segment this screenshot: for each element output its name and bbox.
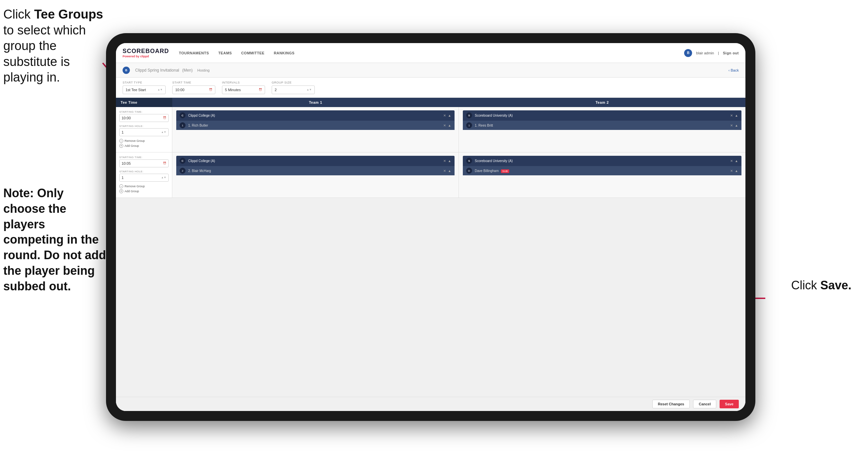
user-avatar: B xyxy=(684,49,692,57)
team1-card-2: C Clippd College (A) ✕ ▲ 2 2. Blair McHa… xyxy=(176,156,455,175)
player-row-1-1: 1 1. Rich Butler ✕ ▲ xyxy=(176,120,455,130)
team1-badge-2: C xyxy=(180,158,186,164)
nav-rankings[interactable]: RANKINGS xyxy=(274,50,294,56)
th-team1: Team 1 xyxy=(172,98,459,107)
player-badge-1-2: 2 xyxy=(180,168,186,174)
intervals-arrows: ⏰ xyxy=(259,88,262,91)
player-x-2-1[interactable]: ✕ xyxy=(730,124,733,127)
start-time-label: Start Time xyxy=(172,81,215,84)
groups-scroll[interactable]: STARTING TIME: 10:00 ⏰ STARTING HOLE: 1 … xyxy=(116,107,745,397)
group-settings-2: STARTING TIME: 10:05 ⏰ STARTING HOLE: 1 … xyxy=(116,152,172,198)
settings-row: Start Type 1st Tee Start ▲▼ Start Time 1… xyxy=(116,78,745,98)
add-group-btn-1[interactable]: + Add Group xyxy=(119,144,139,148)
sign-out-link[interactable]: Sign out xyxy=(723,50,739,56)
intervals-group: Intervals 5 Minutes ⏰ xyxy=(222,81,265,94)
start-type-input[interactable]: 1st Tee Start ▲▼ xyxy=(123,86,166,94)
nav-links: TOURNAMENTS TEAMS COMMITTEE RANKINGS xyxy=(179,50,684,56)
starting-time-label-1: STARTING TIME: xyxy=(119,110,168,113)
tournament-type: (Men) xyxy=(182,68,192,72)
gs-actions-1: − Remove Group + Add Group xyxy=(119,139,168,148)
team2-cell-2: S Scoreboard University (A) ✕ ▲ D xyxy=(459,152,745,198)
start-type-arrows: ▲▼ xyxy=(157,88,163,91)
team2-badge-1: S xyxy=(466,112,472,118)
remove-group-btn-2[interactable]: − Remove Group xyxy=(119,184,145,188)
hosting-badge: Hosting xyxy=(197,68,209,72)
team1-badge-1: C xyxy=(180,112,186,118)
group-row-1: STARTING TIME: 10:00 ⏰ STARTING HOLE: 1 … xyxy=(116,107,745,152)
starting-hole-input-1[interactable]: 1 ▲▼ xyxy=(119,128,168,136)
table-header: Tee Time Team 1 Team 2 xyxy=(116,98,745,107)
player-row-2-2: D Dave Billingham SUB ✕ ▲ xyxy=(463,166,741,175)
add-icon-2: + xyxy=(119,189,123,193)
group-size-label: Group Size xyxy=(272,81,315,84)
click-save-instruction: Click Save. xyxy=(791,279,851,292)
player-arrow-1-1[interactable]: ▲ xyxy=(448,124,451,127)
time-arrows-1: ⏰ xyxy=(163,117,166,119)
start-time-input[interactable]: 10:00 ⏰ xyxy=(172,86,215,94)
team1-name-2: Clippd College (A) xyxy=(188,159,441,163)
team1-x-1[interactable]: ✕ xyxy=(443,114,446,117)
starting-hole-input-2[interactable]: 1 ▲▼ xyxy=(119,174,168,182)
remove-group-btn-1[interactable]: − Remove Group xyxy=(119,139,145,143)
team2-arrow-2[interactable]: ▲ xyxy=(735,159,738,163)
player-arrow-2-2[interactable]: ▲ xyxy=(735,169,738,173)
player-x-1-2[interactable]: ✕ xyxy=(443,169,446,173)
powered-by: Powered by clippd xyxy=(123,55,169,58)
tournament-icon: B xyxy=(123,67,130,74)
team2-name-1: Scoreboard University (A) xyxy=(475,114,727,117)
team2-card-1: S Scoreboard University (A) ✕ ▲ 1 1. Ree… xyxy=(463,110,741,130)
tournament-name: Clippd Spring Invitational (Men) xyxy=(133,68,192,72)
team1-arrow-1[interactable]: ▲ xyxy=(448,114,451,117)
start-type-group: Start Type 1st Tee Start ▲▼ xyxy=(123,81,166,94)
add-group-btn-2[interactable]: + Add Group xyxy=(119,189,139,193)
instruction-note: Note: Only choose the players competing … xyxy=(3,185,106,294)
team2-header-1: S Scoreboard University (A) ✕ ▲ xyxy=(463,110,741,120)
starting-hole-label-1: STARTING HOLE: xyxy=(119,125,168,127)
nav-separator: | xyxy=(718,51,719,55)
scoreboard-logo: SCOREBOARD xyxy=(123,48,169,55)
player-row-2-1: 1 1. Rees Britt ✕ ▲ xyxy=(463,120,741,130)
team2-card-2: S Scoreboard University (A) ✕ ▲ D xyxy=(463,156,741,175)
sub-badge: SUB xyxy=(501,169,509,173)
player-name-2-1: 1. Rees Britt xyxy=(475,124,727,127)
logo-area: SCOREBOARD Powered by clippd xyxy=(123,48,169,58)
team2-controls-2: ✕ ▲ xyxy=(730,159,738,163)
player-name-1-2: 2. Blair McHarg xyxy=(188,169,441,173)
player-badge-1-1: 1 xyxy=(180,122,186,128)
team1-x-2[interactable]: ✕ xyxy=(443,159,446,163)
group-settings-1: STARTING TIME: 10:00 ⏰ STARTING HOLE: 1 … xyxy=(116,107,172,152)
hole-arrows-2: ▲▼ xyxy=(161,176,166,179)
starting-time-input-1[interactable]: 10:00 ⏰ xyxy=(119,114,168,122)
nav-tournaments[interactable]: TOURNAMENTS xyxy=(179,50,209,56)
tablet-device: SCOREBOARD Powered by clippd TOURNAMENTS… xyxy=(106,33,755,421)
add-icon-1: + xyxy=(119,144,123,148)
back-link[interactable]: Back xyxy=(728,68,739,72)
player-arrow-1-2[interactable]: ▲ xyxy=(448,169,451,173)
intervals-input[interactable]: 5 Minutes ⏰ xyxy=(222,86,265,94)
team1-arrow-2[interactable]: ▲ xyxy=(448,159,451,163)
player-arrow-2-1[interactable]: ▲ xyxy=(735,124,738,127)
player-x-2-2[interactable]: ✕ xyxy=(730,169,733,173)
team2-arrow-1[interactable]: ▲ xyxy=(735,114,738,117)
team1-card-1: C Clippd College (A) ✕ ▲ 1 1. Rich Butle… xyxy=(176,110,455,130)
team2-x-1[interactable]: ✕ xyxy=(730,114,733,117)
nav-committee[interactable]: COMMITTEE xyxy=(241,50,265,56)
time-arrows-2: ⏰ xyxy=(163,162,166,165)
save-button[interactable]: Save xyxy=(720,400,739,408)
navbar: SCOREBOARD Powered by clippd TOURNAMENTS… xyxy=(116,43,745,63)
subheader: B Clippd Spring Invitational (Men) Hosti… xyxy=(116,63,745,78)
team2-x-2[interactable]: ✕ xyxy=(730,159,733,163)
start-time-arrows: ⏰ xyxy=(209,88,212,91)
starting-time-input-2[interactable]: 10:05 ⏰ xyxy=(119,159,168,167)
start-type-label: Start Type xyxy=(123,81,166,84)
team1-cell-1: C Clippd College (A) ✕ ▲ 1 1. Rich Butle… xyxy=(172,107,459,152)
team2-controls-1: ✕ ▲ xyxy=(730,114,738,117)
reset-changes-button[interactable]: Reset Changes xyxy=(652,400,690,408)
group-size-input[interactable]: 2 ▲▼ xyxy=(272,86,315,94)
nav-teams[interactable]: TEAMS xyxy=(218,50,232,56)
cancel-button[interactable]: Cancel xyxy=(693,400,716,408)
intervals-label: Intervals xyxy=(222,81,265,84)
group-size-arrows: ▲▼ xyxy=(306,88,312,91)
th-team2: Team 2 xyxy=(459,98,745,107)
player-x-1-1[interactable]: ✕ xyxy=(443,124,446,127)
